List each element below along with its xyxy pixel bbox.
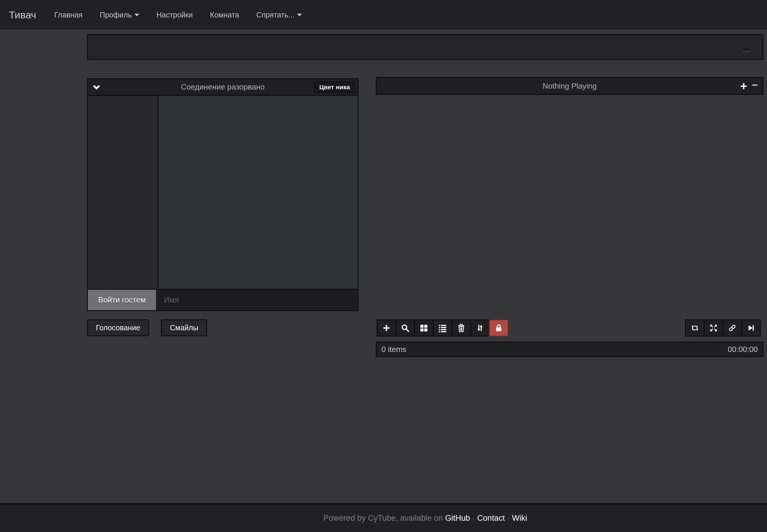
- contact-link[interactable]: Contact: [477, 514, 505, 523]
- emotes-button[interactable]: Смайлы: [161, 319, 207, 336]
- powered-by-text: Powered by CyTube, available on: [323, 514, 445, 523]
- playlist-item-count: 0 items: [381, 345, 406, 354]
- guest-login-row: Войти гостем: [87, 289, 359, 311]
- nav-item-options[interactable]: Настройки: [148, 11, 202, 19]
- expand-icon[interactable]: [704, 319, 723, 337]
- poll-button[interactable]: Голосование: [87, 319, 149, 336]
- footer: Powered by CyTube, available on GitHub ·…: [0, 503, 767, 532]
- video-header: Nothing Playing + −: [376, 77, 763, 95]
- next-video-icon[interactable]: [741, 319, 761, 337]
- chat-extra-buttons: Голосование Смайлы: [87, 319, 207, 336]
- nav-item-channel[interactable]: Комната: [202, 11, 248, 19]
- playlist-meta-bar: 0 items 00:00:00: [376, 342, 763, 357]
- playlist-controls-left: [377, 319, 507, 337]
- caret-down-icon: [134, 14, 139, 16]
- motd-collapse-icon[interactable]: [742, 48, 750, 51]
- nav-item-label: Комната: [210, 11, 239, 19]
- wiki-link[interactable]: Wiki: [512, 514, 527, 523]
- footer-separator: ·: [505, 514, 512, 523]
- search-icon[interactable]: [395, 319, 415, 337]
- video-resize-plus-icon[interactable]: +: [740, 79, 747, 93]
- video-resize-minus-icon[interactable]: −: [752, 78, 758, 92]
- nav-item-label: Настройки: [156, 11, 193, 19]
- nav-item-layout[interactable]: Спрятать...: [248, 11, 311, 19]
- nav-item-home[interactable]: Главная: [46, 11, 91, 19]
- user-list[interactable]: [88, 96, 158, 289]
- link-icon[interactable]: [723, 319, 742, 337]
- trash-icon[interactable]: [451, 319, 471, 337]
- grid-icon[interactable]: [414, 319, 434, 337]
- message-buffer[interactable]: [158, 96, 358, 289]
- footer-separator: ·: [470, 514, 477, 523]
- playlist-total-duration: 00:00:00: [728, 345, 758, 354]
- add-media-icon[interactable]: [377, 319, 396, 337]
- navbar: Тивач Главная Профиль Настройки Комната …: [0, 0, 767, 30]
- guest-name-input[interactable]: [157, 290, 358, 310]
- repeat-icon[interactable]: [685, 319, 705, 337]
- brand-link[interactable]: Тивач: [9, 9, 36, 21]
- caret-down-icon: [297, 14, 302, 16]
- nav-item-profile[interactable]: Профиль: [91, 11, 148, 19]
- nav-item-label: Спрятать...: [256, 11, 295, 19]
- chat-header: Соединение разорвано Цвет ника: [87, 78, 359, 96]
- now-playing-title: Nothing Playing: [377, 78, 763, 94]
- github-link[interactable]: GitHub: [445, 514, 470, 523]
- sort-icon[interactable]: [470, 319, 490, 337]
- nav-item-label: Профиль: [100, 11, 132, 19]
- playlist-controls-right: [685, 319, 760, 337]
- nick-color-button[interactable]: Цвет ника: [314, 82, 355, 93]
- footer-text: Powered by CyTube, available on GitHub ·…: [87, 504, 763, 532]
- nav-item-label: Главная: [54, 11, 82, 19]
- motd-box: [87, 34, 763, 60]
- lock-icon[interactable]: [489, 319, 508, 337]
- guest-login-button[interactable]: Войти гостем: [88, 290, 157, 310]
- chat-body: [87, 96, 359, 289]
- list-icon[interactable]: [433, 319, 452, 337]
